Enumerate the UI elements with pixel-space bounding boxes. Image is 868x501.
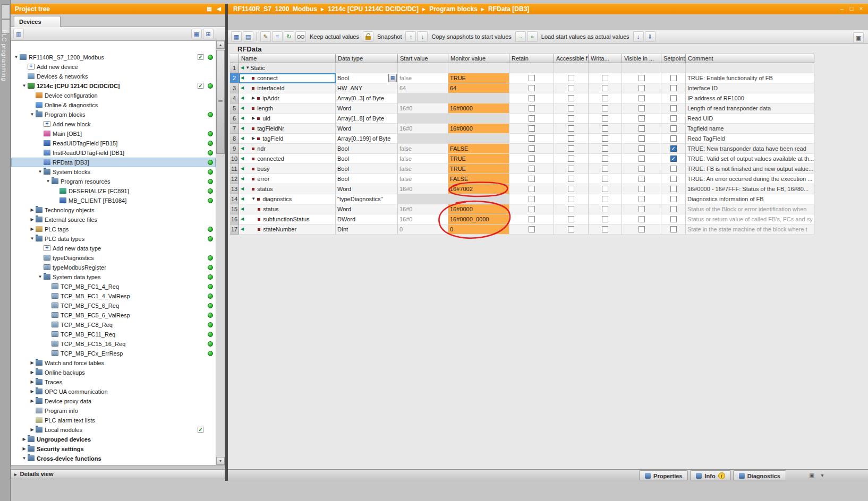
retain-checkbox[interactable] (529, 115, 535, 122)
retain-checkbox[interactable] (529, 216, 535, 222)
cell-comment[interactable]: 16#0000 - 16#7FFF: Status of the FB, 16#… (686, 184, 814, 194)
cell-start-value[interactable]: false (398, 144, 448, 154)
row-number[interactable]: 13 (230, 184, 239, 194)
tree-expander-icon[interactable]: ▼ (37, 272, 43, 282)
row-number[interactable]: 6 (230, 114, 239, 124)
cell-start-value[interactable] (398, 93, 448, 103)
load-values-all-icon[interactable]: ⇓ (645, 31, 656, 42)
cell-name[interactable]: ◀error (239, 174, 336, 184)
setpoint-checkbox[interactable] (670, 85, 677, 91)
row-number[interactable]: 9 (230, 144, 239, 154)
sort-icon[interactable]: ≡ (272, 31, 283, 42)
tab-diagnostics[interactable]: Diagnostics (733, 470, 786, 480)
cell-datatype[interactable]: Array[1..8] of Byte (336, 114, 398, 124)
tree-item-add-new-block[interactable]: Add new block (11, 119, 216, 129)
cell-start-value[interactable]: false (398, 174, 448, 184)
cell-start-value[interactable]: 16#0 (398, 184, 448, 194)
tree-item-readuidtagfield-fb15[interactable]: ReadUIDTagField [FB15] (11, 139, 216, 148)
writable-checkbox[interactable] (602, 186, 608, 192)
tree-item-tcp-mb-fc5-6-valresp[interactable]: TCP_MB_FC5_6_ValResp (11, 310, 216, 320)
row-expander-icon[interactable]: ▶ (251, 93, 256, 103)
setpoint-checkbox[interactable] (670, 216, 677, 222)
tree-expander-icon[interactable]: ▼ (37, 167, 43, 177)
tree-item-rfdata-db3[interactable]: RFData [DB3] (11, 158, 216, 167)
breadcrumb-item-rfdata-db3[interactable]: RFData [DB3] (488, 5, 529, 13)
datatype-browse-button[interactable]: ▦ (388, 74, 397, 82)
retain-checkbox[interactable] (529, 135, 535, 142)
row-expander-icon[interactable]: ▼ (251, 194, 256, 204)
collapse-inspector-icon[interactable]: ▾ (818, 472, 827, 479)
cell-datatype[interactable]: Bool (336, 154, 398, 164)
cell-start-value[interactable]: 16#0 (398, 214, 448, 224)
cell-name[interactable]: ◀tagFieldNr (239, 124, 336, 134)
tree-expander-icon[interactable]: ▶ (29, 368, 35, 377)
load-values-icon[interactable]: ↓ (633, 31, 644, 42)
cell-name[interactable]: ◀interfaceId (239, 83, 336, 93)
setpoint-checkbox[interactable] (670, 105, 677, 111)
cell-datatype[interactable]: Word (336, 124, 398, 134)
breadcrumb-item-program-blocks[interactable]: Program blocks (429, 5, 478, 13)
setpoint-checkbox[interactable] (670, 166, 677, 172)
cell-comment[interactable]: TRUE: FB is not finished and new output … (686, 164, 814, 174)
tree-item-plc-alarm-text-lists[interactable]: PLC alarm text lists (11, 416, 216, 425)
writable-checkbox[interactable] (602, 226, 608, 232)
writable-checkbox[interactable] (602, 135, 608, 142)
tree-expander-icon[interactable]: ▶ (21, 435, 27, 444)
cell-comment[interactable]: Status or return value of called FB's, F… (686, 214, 814, 224)
row-number[interactable]: 7 (230, 124, 239, 134)
cell-name[interactable]: ◀▶tagField (239, 134, 336, 144)
retain-checkbox[interactable] (529, 156, 535, 162)
tree-expander-icon[interactable]: ▼ (21, 81, 27, 91)
cell-datatype[interactable]: Word (336, 103, 398, 114)
scroll-down-icon[interactable]: ▼ (216, 457, 225, 465)
setpoint-checkbox[interactable] (670, 115, 677, 122)
tree-column-view-icon[interactable]: ▦ (191, 29, 202, 39)
row-number[interactable]: 15 (230, 204, 239, 214)
tree-item-program-resources[interactable]: ▼Program resources (11, 177, 216, 186)
visible-checkbox[interactable] (639, 156, 645, 162)
snapshot-up-icon[interactable]: ↑ (405, 31, 416, 42)
row-number[interactable]: 2 (230, 73, 239, 83)
tree-item-security-settings[interactable]: ▶Security settings (11, 444, 216, 454)
tree-item-plc-data-types[interactable]: ▼PLC data types (11, 234, 216, 244)
accessible-checkbox[interactable] (568, 105, 574, 111)
cell-datatype[interactable]: DInt (336, 224, 398, 235)
column-header-visible-in[interactable]: Visible in ... (622, 54, 661, 63)
tab-info[interactable]: Infoi (690, 470, 730, 480)
tree-filter-icon[interactable]: ▥ (13, 29, 24, 39)
cell-datatype[interactable]: Array[0..3] of Byte (336, 93, 398, 103)
copy-start-all-icon[interactable]: » (527, 31, 538, 42)
row-number[interactable]: 12 (230, 174, 239, 184)
accessible-checkbox[interactable] (568, 95, 574, 101)
cell-datatype[interactable]: Bool (336, 144, 398, 154)
tree-item-online-diagnostics[interactable]: Online & diagnostics (11, 100, 216, 110)
tree-item-add-new-device[interactable]: Add new device (11, 62, 216, 72)
cell-name[interactable]: ◀connected (239, 154, 336, 164)
cell-comment[interactable]: TRUE: An error occurred during the execu… (686, 174, 814, 184)
tree-item-add-new-data-type[interactable]: Add new data type (11, 244, 216, 253)
tree-item-devices-networks[interactable]: Devices & networks (11, 72, 216, 81)
writable-checkbox[interactable] (602, 95, 608, 101)
copy-start-icon[interactable]: → (515, 31, 526, 42)
tree-item-system-blocks[interactable]: ▼System blocks (11, 167, 216, 177)
setpoint-checkbox[interactable]: ✓ (670, 156, 677, 162)
cell-datatype[interactable]: Word (336, 184, 398, 194)
cell-name[interactable]: ◀status (239, 184, 336, 194)
tree-expander-icon[interactable]: ▶ (21, 444, 27, 454)
retain-checkbox[interactable] (529, 206, 535, 212)
cell-name[interactable]: ◀▶uid (239, 114, 336, 124)
setpoint-checkbox[interactable] (670, 125, 677, 132)
cell-comment[interactable]: Diagnostics information of FB (686, 194, 814, 204)
tree-item-technology-objects[interactable]: ▶Technology objects (11, 205, 216, 215)
cell-comment[interactable]: Read UID (686, 114, 814, 124)
accessible-checkbox[interactable] (568, 135, 574, 142)
visible-checkbox[interactable] (639, 186, 645, 192)
project-tree-scrollbar[interactable]: ▲ ▼ (216, 41, 225, 465)
cell-name[interactable]: ◀subfunctionStatus (239, 214, 336, 224)
row-number[interactable]: 5 (230, 103, 239, 114)
retain-checkbox[interactable] (529, 166, 535, 172)
cell-comment[interactable]: Status of the Block or error identificat… (686, 204, 814, 214)
tab-devices[interactable]: Devices (14, 16, 61, 27)
tree-item-opc-ua-communication[interactable]: ▶OPC UA communication (11, 387, 216, 396)
tree-item-ungrouped-devices[interactable]: ▶Ungrouped devices (11, 435, 216, 444)
